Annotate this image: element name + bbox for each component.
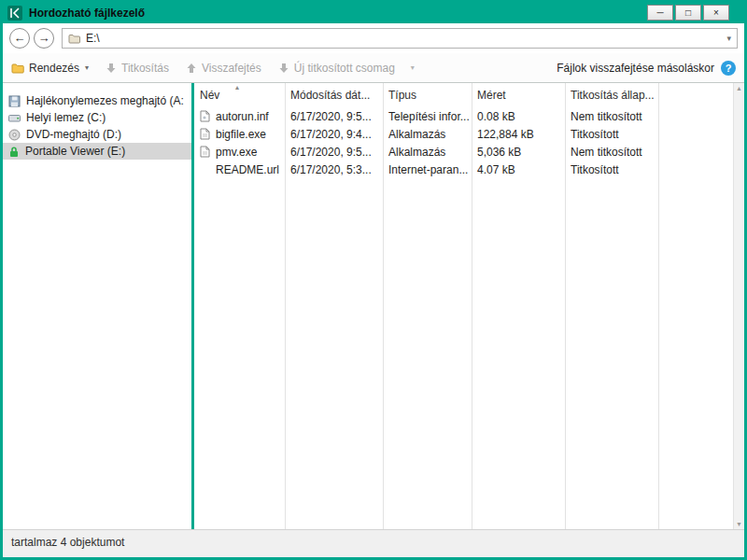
forward-button[interactable]: →: [34, 28, 54, 49]
decrypt-button[interactable]: Visszafejtés: [186, 62, 261, 75]
close-button[interactable]: ×: [703, 5, 729, 21]
file-status-cell: Nem titkosított: [565, 146, 658, 159]
back-button[interactable]: ←: [9, 28, 30, 49]
new-encrypted-package-label: Új titkosított csomag: [294, 62, 395, 75]
sidebar-item-label: Hajlékonylemezes meghajtó (A:: [26, 94, 184, 107]
drive-folder-icon: [68, 34, 80, 44]
sort-ascending-icon: ▴: [235, 84, 239, 91]
file-name-cell: pmv.exe: [194, 146, 285, 159]
file-name-cell: README.url: [194, 163, 285, 176]
sidebar-item-dvd-d[interactable]: DVD-meghajtó (D:): [3, 126, 191, 143]
drive-sidebar: Hajlékonylemezes meghajtó (A: Helyi leme…: [3, 83, 191, 529]
file-size-cell: 5,036 kB: [472, 146, 565, 159]
column-header-modified[interactable]: Módosítás dát...: [285, 83, 383, 107]
scroll-up-icon[interactable]: ▲: [736, 85, 742, 91]
encrypt-button[interactable]: Titkosítás: [106, 62, 169, 75]
navigation-bar: ← → E:\ ▾: [3, 23, 744, 53]
file-size-cell: 4.07 kB: [472, 163, 565, 176]
file-status-cell: Nem titkosított: [565, 110, 658, 123]
file-row-pmv[interactable]: pmv.exe 6/17/2020, 9:5... Alkalmazás 5,0…: [194, 143, 733, 161]
address-dropdown-icon[interactable]: ▾: [726, 34, 731, 43]
column-header-encryption-status[interactable]: Titkosítás állap...: [565, 83, 658, 107]
sidebar-item-portable-viewer-e[interactable]: Portable Viewer (E:): [3, 143, 191, 160]
file-modified-cell: 6/17/2020, 9:4...: [285, 128, 383, 141]
titlebar: Hordozható fájlkezelő: [3, 3, 744, 23]
main-content: Hajlékonylemezes meghajtó (A: Helyi leme…: [3, 83, 744, 529]
scroll-down-icon[interactable]: ▼: [736, 521, 742, 527]
organize-button[interactable]: Rendezés ▾: [11, 62, 89, 75]
file-status-cell: Titkosított: [565, 128, 658, 141]
column-header-name[interactable]: ▴ Név: [194, 83, 285, 107]
column-divider: [383, 83, 384, 529]
file-modified-cell: 6/17/2020, 5:3...: [285, 163, 383, 176]
file-row-readme[interactable]: README.url 6/17/2020, 5:3... Internet-pa…: [194, 161, 733, 178]
hard-disk-icon: [8, 112, 21, 124]
decrypt-on-copy-label: Fájlok visszafejtése másoláskor: [557, 62, 714, 75]
address-bar[interactable]: E:\ ▾: [62, 28, 738, 49]
organize-label: Rendezés: [29, 62, 79, 75]
kaspersky-logo-icon: [7, 6, 22, 21]
file-modified-cell: 6/17/2020, 9:5...: [285, 110, 383, 123]
column-divider: [285, 83, 286, 529]
chevron-down-icon: ▾: [85, 63, 89, 72]
file-size-cell: 122,884 kB: [472, 128, 565, 141]
file-type-cell: Telepítési infor...: [383, 110, 472, 123]
arrow-down-icon: [278, 63, 289, 74]
column-divider: [565, 83, 566, 529]
sidebar-item-label: DVD-meghajtó (D:): [26, 128, 121, 141]
decrypt-label: Visszafejtés: [202, 62, 261, 75]
file-name-cell: autorun.inf: [194, 110, 285, 123]
sidebar-item-floppy-a[interactable]: Hajlékonylemezes meghajtó (A:: [3, 92, 191, 109]
file-list: ▴ Név Módosítás dát... Típus Méret Titko…: [194, 83, 733, 529]
file-row-bigfile[interactable]: bigfile.exe 6/17/2020, 9:4... Alkalmazás…: [194, 125, 733, 143]
column-divider: [658, 83, 659, 529]
file-name-cell: bigfile.exe: [194, 128, 285, 141]
new-encrypted-package-button[interactable]: Új titkosított csomag ▾: [278, 62, 415, 75]
folder-icon: [11, 63, 24, 74]
sidebar-item-local-disk-c[interactable]: Helyi lemez (C:): [3, 109, 191, 126]
sidebar-item-label: Portable Viewer (E:): [25, 145, 125, 158]
lock-icon: [8, 146, 20, 158]
vertical-scrollbar[interactable]: ▲ ▼: [733, 83, 744, 529]
column-header-size[interactable]: Méret: [472, 83, 565, 107]
column-divider: [472, 83, 472, 529]
portable-file-manager-window: Hordozható fájlkezelő ─ □ × ← → E:\ ▾ Re…: [0, 0, 747, 560]
toolbar: Rendezés ▾ Titkosítás Visszafejtés Új ti…: [3, 53, 744, 83]
floppy-drive-icon: [8, 95, 21, 107]
arrow-up-icon: [186, 63, 197, 74]
file-row-autorun[interactable]: autorun.inf 6/17/2020, 9:5... Telepítési…: [194, 107, 733, 125]
minimize-button[interactable]: ─: [647, 5, 673, 21]
address-text: E:\: [86, 32, 100, 45]
window-title: Hordozható fájlkezelő: [29, 7, 145, 20]
arrow-down-icon: [106, 63, 117, 74]
status-bar: tartalmaz 4 objektumot: [3, 529, 744, 557]
file-size-cell: 0.08 kB: [472, 110, 565, 123]
setup-file-icon: [200, 110, 211, 122]
file-type-cell: Alkalmazás: [383, 146, 472, 159]
sidebar-item-label: Helyi lemez (C:): [26, 111, 106, 124]
encrypt-label: Titkosítás: [121, 62, 169, 75]
toolbar-right-group: Fájlok visszafejtése másoláskor ?: [557, 61, 736, 76]
application-file-icon: [200, 146, 211, 158]
file-status-cell: Titkosított: [565, 163, 658, 176]
filelist-header: ▴ Név Módosítás dát... Típus Méret Titko…: [194, 83, 733, 107]
file-modified-cell: 6/17/2020, 9:5...: [285, 146, 383, 159]
column-header-type[interactable]: Típus: [383, 83, 472, 107]
help-icon[interactable]: ?: [721, 61, 736, 76]
chevron-down-icon: ▾: [411, 63, 415, 72]
maximize-button[interactable]: □: [675, 5, 701, 21]
file-type-cell: Internet-paran...: [383, 163, 472, 176]
window-controls: ─ □ ×: [647, 5, 729, 21]
application-file-icon: [200, 128, 211, 140]
file-type-cell: Alkalmazás: [383, 128, 472, 141]
status-text: tartalmaz 4 objektumot: [11, 536, 124, 549]
dvd-drive-icon: [8, 129, 21, 141]
